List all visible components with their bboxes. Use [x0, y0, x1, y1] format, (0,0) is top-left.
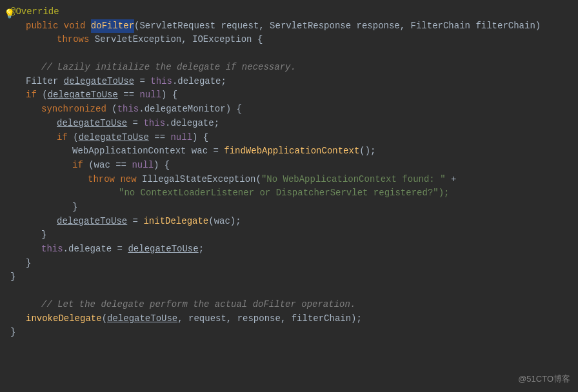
underline-token: delegateToUse	[57, 215, 127, 229]
plain-token: (	[134, 19, 139, 34]
plain-token: (wac ==	[83, 159, 132, 173]
code-line: }	[0, 228, 578, 242]
plain-token: .delegateMonitor) {	[139, 103, 242, 117]
keyword-token: if	[26, 88, 37, 103]
method-token: invokeDelegate	[26, 312, 102, 326]
keyword-blue-token: null	[170, 131, 192, 145]
plain-token: (	[102, 312, 107, 326]
code-line: delegateToUse = initDelegate(wac);	[0, 215, 578, 229]
type-token: WebApplicationContext	[72, 144, 186, 159]
string-token: "no ContextLoaderListener or DispatcherS…	[119, 186, 449, 201]
code-editor: 💡 @Overridepublic void doFilter(ServletR…	[0, 0, 578, 392]
keyword-token: synchronized	[41, 103, 106, 117]
plain-token: ();	[359, 144, 375, 159]
keyword-token: new	[120, 173, 136, 187]
code-line	[0, 47, 578, 61]
plain-token: .delegate;	[165, 117, 219, 131]
code-line: synchronized (this.delegateMonitor) {	[0, 103, 578, 117]
keyword-token: throw	[88, 173, 115, 187]
comment-token: // Lazily initialize the delegate if nec…	[41, 61, 296, 75]
plain-token: ) {	[161, 88, 177, 103]
type-token: IOException	[192, 33, 252, 47]
plain-token: {	[252, 33, 263, 47]
plain-token: (wac);	[208, 215, 241, 229]
code-line: }	[0, 257, 578, 271]
type-token: Filter	[26, 75, 58, 89]
underline-token: delegateToUse	[79, 131, 149, 145]
plain-token	[85, 19, 90, 34]
plain-token: ,	[181, 33, 192, 47]
code-line	[0, 284, 578, 298]
plain-token: wac =	[186, 144, 224, 159]
underline-token: delegateToUse	[64, 75, 134, 89]
keyword-blue-token: this	[41, 242, 63, 257]
method-token: findWebApplicationContext	[224, 144, 359, 159]
plain-token: ) {	[192, 131, 208, 145]
plain-token: (	[255, 173, 261, 187]
type-token: ServletException	[95, 33, 181, 47]
code-line: throw new IllegalStateException("No WebA…	[0, 173, 578, 187]
string-token: "No WebApplicationContext found: "	[261, 173, 446, 187]
keyword-blue-token: null	[132, 159, 154, 173]
plain-token: (	[37, 88, 48, 103]
code-line: @Override	[0, 5, 578, 19]
plain-token: .delegate;	[172, 75, 226, 89]
plain-token: ) {	[154, 159, 170, 173]
plain-token: }	[10, 326, 15, 340]
plain-token: ;	[199, 242, 204, 257]
code-line: Filter delegateToUse = this.delegate;	[0, 75, 578, 89]
plain-token: =	[134, 75, 150, 89]
type-token: IllegalStateException	[142, 173, 255, 187]
underline-token: delegateToUse	[128, 242, 198, 257]
annotation-token: @Override	[10, 5, 59, 19]
underline-token: delegateToUse	[48, 88, 118, 103]
plain-token: (	[68, 131, 79, 145]
plain-token: ==	[149, 131, 171, 145]
plain-token: ==	[118, 88, 140, 103]
plain-token: }	[41, 228, 46, 242]
keyword-token: void	[64, 19, 86, 34]
keyword-blue-token: this	[117, 103, 139, 117]
plain-token	[58, 75, 63, 89]
plain-token	[115, 173, 120, 187]
code-line: WebApplicationContext wac = findWebAppli…	[0, 144, 578, 159]
watermark: @51CTO博客	[518, 373, 570, 386]
keyword-blue-token: null	[139, 88, 161, 103]
plain-token: response,	[351, 19, 410, 34]
plain-token: request,	[215, 19, 270, 34]
type-token: ServletResponse	[270, 19, 351, 34]
code-line: if (delegateToUse == null) {	[0, 88, 578, 103]
keyword-blue-token: this	[143, 117, 165, 131]
keyword-token: if	[57, 131, 68, 145]
code-line: }	[0, 201, 578, 215]
plain-token	[89, 33, 94, 47]
plain-token	[58, 19, 63, 34]
keyword-token: throws	[57, 33, 89, 47]
plain-token: (	[106, 103, 117, 117]
plain-token: =	[127, 117, 143, 131]
underline-token: delegateToUse	[107, 312, 177, 326]
code-line: this.delegate = delegateToUse;	[0, 242, 578, 257]
plain-token: }	[26, 257, 31, 271]
keyword-token: if	[72, 159, 83, 173]
plain-token: , request, response, filterChain);	[177, 312, 362, 326]
code-lines: @Overridepublic void doFilter(ServletReq…	[0, 5, 578, 340]
comment-token: // Let the delegate perform the actual d…	[41, 298, 355, 312]
plain-token: }	[72, 201, 77, 215]
plain-token: }	[10, 270, 15, 284]
plain-token	[137, 173, 142, 187]
plain-token: =	[127, 215, 143, 229]
keyword-blue-token: this	[150, 75, 172, 89]
code-line: if (wac == null) {	[0, 159, 578, 173]
keyword-token: public	[26, 19, 58, 34]
code-line: if (delegateToUse == null) {	[0, 131, 578, 145]
code-line: "no ContextLoaderListener or DispatcherS…	[0, 186, 578, 201]
code-line: }	[0, 326, 578, 340]
code-line: // Lazily initialize the delegate if nec…	[0, 61, 578, 75]
code-line: public void doFilter(ServletRequest requ…	[0, 19, 578, 34]
lightbulb-icon: 💡	[4, 8, 15, 22]
code-line: delegateToUse = this.delegate;	[0, 117, 578, 131]
code-line: }	[0, 270, 578, 284]
method-highlight-token: doFilter	[91, 19, 134, 34]
underline-token: delegateToUse	[57, 117, 127, 131]
